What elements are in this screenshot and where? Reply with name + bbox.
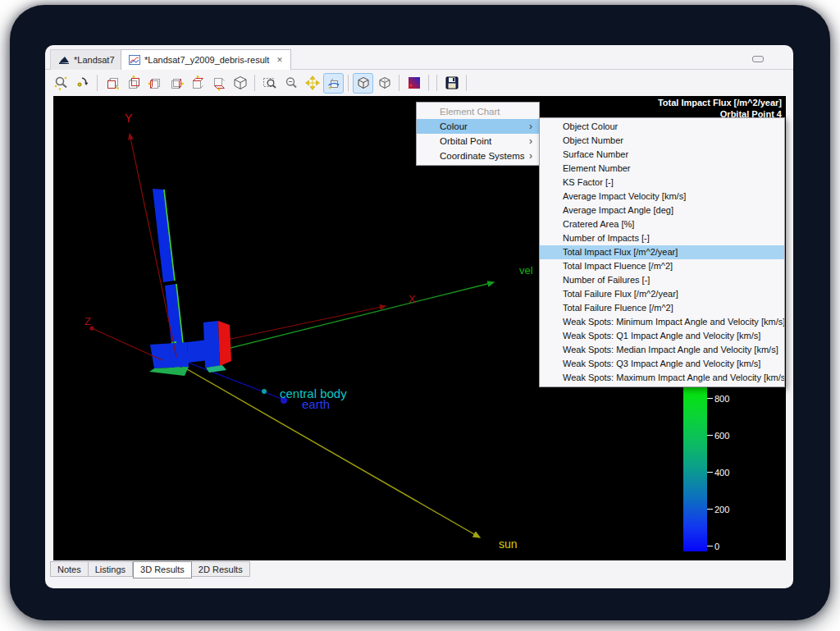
z-axis-label: Z [84,315,91,327]
view-top-button[interactable] [187,73,208,94]
tab-landsat7-result[interactable]: *Landsat7_y2009_debris-result ✕ [121,49,291,70]
body-right-red-face [218,321,231,366]
colorbar-tick[interactable]: 0 [707,541,729,551]
menu-item-orbital-point[interactable]: Orbital Point › [417,134,539,149]
zoom-window-button[interactable] [259,73,280,94]
submenu-item[interactable]: Weak Spots: Q3 Impact Angle and Velocity… [540,357,784,371]
colorbar-tick[interactable]: 200 [707,504,729,514]
zoom-button[interactable] [281,73,301,94]
color-scale-button[interactable] [404,73,424,94]
submenu-item[interactable]: KS Factor [-] [540,176,784,190]
submenu-item[interactable]: Total Impact Flux [/m^2/year] [540,245,784,259]
submenu-item[interactable]: Object Number [540,134,784,148]
menu-item-label: Colour [440,121,468,131]
menu-item-label: Element Chart [440,107,500,117]
sun-label: sun [499,537,518,551]
body-right-panel [203,321,220,368]
zoom-fit-button[interactable] [51,73,71,94]
submenu-item-label: Weak Spots: Maximum Impact Angle and Vel… [563,373,784,382]
view-bottom-button[interactable] [208,73,229,94]
submenu-item-label: Number of Failures [-] [563,275,650,285]
pick-rotate-button[interactable] [72,73,93,94]
wireframe-view-button[interactable] [374,73,395,94]
toolbar-separator [428,75,429,91]
submenu-item[interactable]: Weak Spots: Q1 Impact Angle and Velocity… [540,329,784,343]
submenu-item-label: Total Failure Flux [/m^2/year] [563,289,678,299]
tab-label: 3D Results [140,565,185,574]
toolbar-separator [97,75,98,91]
submenu-item-label: Average Impact Velocity [km/s] [563,191,686,201]
colorbar-tick[interactable]: 600 [707,430,729,441]
x-axis-label: X [409,293,416,305]
submenu-item[interactable]: Average Impact Velocity [km/s] [540,190,784,203]
submenu-item[interactable]: Object Colour [540,120,784,134]
toolbar-separator [348,75,349,91]
view-iso-button[interactable] [230,73,250,94]
colorbar-tick[interactable]: 400 [707,467,729,478]
submenu-item-label: Surface Number [563,149,628,159]
submenu-item[interactable]: Number of Impacts [-] [540,231,784,245]
submenu-item[interactable]: Total Failure Fluence [/m^2] [540,301,784,315]
submenu-item-label: Weak Spots: Q3 Impact Angle and Velocity… [563,359,760,368]
submenu-item[interactable]: Weak Spots: Median Impact Angle and Velo… [540,343,784,357]
screenshot-stage: *Landsat7 *Landsat7_y2009_debris-result … [0,0,840,631]
submenu-item-label: Object Number [563,135,623,145]
submenu-arrow-icon: › [529,149,532,163]
colorbar [683,386,707,551]
colorbar-tick[interactable]: 800 [707,393,729,404]
save-button[interactable] [441,73,462,94]
menu-item-colour[interactable]: Colour › [417,119,539,134]
x-axis-line [212,306,386,343]
central-body-marker [262,389,267,394]
toolbar-separator [466,75,467,91]
colorbar-tick-label: 0 [714,542,719,551]
view-right-button[interactable] [166,73,186,94]
solid-view-button[interactable] [353,73,373,94]
submenu-item-label: Weak Spots: Q1 Impact Angle and Velocity… [563,331,760,341]
earth-direction-line [186,362,284,400]
tab-notes[interactable]: Notes [50,561,89,577]
editor-tabbar: *Landsat7 *Landsat7_y2009_debris-result … [45,48,793,70]
tab-2d-results[interactable]: 2D Results [192,561,250,577]
view-toolbar [45,71,793,95]
menu-item-label: Orbital Point [440,136,491,146]
submenu-item[interactable]: Element Number [540,162,784,176]
view-left-button[interactable] [144,73,165,94]
result-view-tabs: Notes Listings 3D Results 2D Results [50,561,250,578]
submenu-item[interactable]: Average Impact Angle [deg] [540,203,784,217]
menu-item-coordinate-systems[interactable]: Coordinate Systems › [417,149,539,163]
submenu-arrow-icon: › [529,119,532,134]
minimize-view-icon[interactable] [752,56,764,62]
toolbar-separator [436,75,437,91]
submenu-item[interactable]: Cratered Area [%] [540,217,784,231]
rotate-view-button[interactable] [323,73,344,94]
tab-label: *Landsat7 [74,55,115,65]
satellite-model [149,189,231,376]
submenu-item[interactable]: Weak Spots: Maximum Impact Angle and Vel… [540,371,784,385]
submenu-item[interactable]: Weak Spots: Minimum Impact Angle and Vel… [540,315,784,329]
submenu-item[interactable]: Total Failure Flux [/m^2/year] [540,287,784,301]
submenu-item-label: Total Impact Fluence [/m^2] [563,261,673,271]
submenu-arrow-icon: › [529,134,532,149]
toolbar-separator [399,75,399,91]
result-tab-icon [129,55,140,65]
tab-3d-results[interactable]: 3D Results [133,561,192,578]
tab-landsat7[interactable]: *Landsat7 [50,49,123,70]
tab-label: Listings [95,565,126,574]
menu-item-element-chart: Element Chart [417,104,539,119]
submenu-item-label: Cratered Area [%] [563,219,634,229]
view-front-button[interactable] [102,73,122,94]
submenu-item-label: Weak Spots: Minimum Impact Angle and Vel… [563,317,784,327]
submenu-item-label: Element Number [563,163,631,173]
pan-button[interactable] [302,73,322,94]
tab-close-icon[interactable]: ✕ [276,56,283,64]
submenu-item-label: Total Impact Flux [/m^2/year] [563,247,678,257]
view-back-button[interactable] [123,73,144,94]
tab-listings[interactable]: Listings [89,561,133,577]
submenu-item[interactable]: Number of Failures [-] [540,273,784,287]
submenu-item[interactable]: Surface Number [540,148,784,162]
model-tab-icon [58,55,70,65]
submenu-item-label: Total Failure Fluence [/m^2] [563,303,673,313]
colorbar-ticks: 8006004002000 [707,393,729,551]
submenu-item[interactable]: Total Impact Fluence [/m^2] [540,259,784,273]
